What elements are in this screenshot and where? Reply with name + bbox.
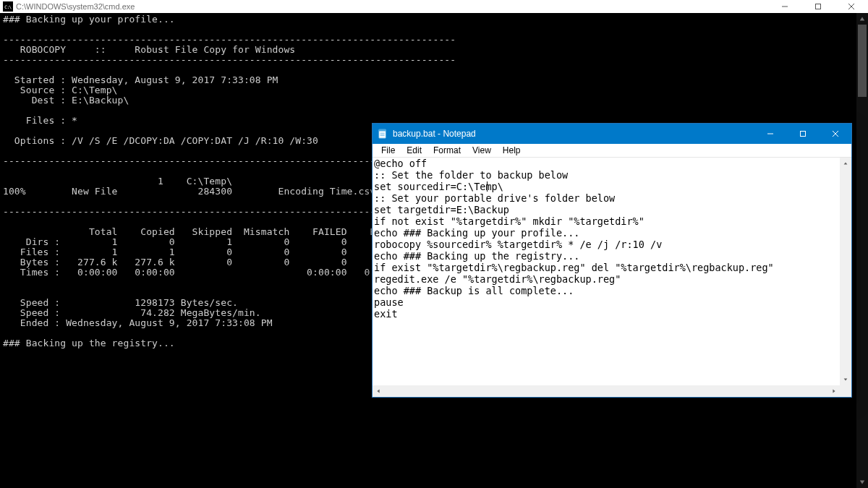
notepad-title: backup.bat - Notepad (393, 129, 754, 139)
close-button[interactable] (819, 124, 851, 144)
cmd-titlebar[interactable]: C:\WINDOWS\system32\cmd.exe (0, 0, 868, 13)
cmd-title: C:\WINDOWS\system32\cmd.exe (16, 2, 768, 11)
scroll-thumb[interactable] (858, 25, 867, 97)
scroll-down-icon[interactable] (840, 374, 851, 385)
scroll-corner (840, 385, 851, 397)
svg-rect-10 (800, 132, 805, 137)
notepad-scrollbar-vertical[interactable] (840, 158, 851, 385)
menu-help[interactable]: Help (497, 145, 527, 155)
text-cursor (487, 181, 488, 192)
scroll-up-icon[interactable] (856, 13, 868, 25)
notepad-titlebar[interactable]: backup.bat - Notepad (373, 124, 851, 144)
cmd-icon (3, 1, 13, 12)
maximize-button[interactable] (786, 124, 819, 144)
close-button[interactable] (835, 0, 868, 13)
notepad-content[interactable]: @echo off :: Set the folder to backup be… (374, 158, 774, 320)
menu-file[interactable]: File (375, 145, 401, 155)
svg-rect-5 (379, 129, 386, 132)
cmd-scrollbar[interactable] (856, 13, 868, 488)
menu-edit[interactable]: Edit (401, 145, 427, 155)
maximize-button[interactable] (801, 0, 835, 13)
scroll-up-icon[interactable] (840, 158, 851, 169)
notepad-window: backup.bat - Notepad File Edit Format Vi… (372, 123, 852, 398)
minimize-button[interactable] (754, 124, 786, 144)
svg-rect-1 (816, 4, 821, 9)
notepad-menubar: File Edit Format View Help (373, 144, 851, 158)
minimize-button[interactable] (768, 0, 801, 13)
scroll-right-icon[interactable] (828, 385, 840, 397)
notepad-scrollbar-horizontal[interactable] (373, 385, 840, 397)
notepad-body[interactable]: @echo off :: Set the folder to backup be… (373, 158, 851, 397)
menu-format[interactable]: Format (427, 145, 467, 155)
scroll-left-icon[interactable] (373, 385, 384, 397)
scroll-down-icon[interactable] (856, 476, 868, 488)
menu-view[interactable]: View (467, 145, 497, 155)
notepad-icon (377, 128, 388, 140)
